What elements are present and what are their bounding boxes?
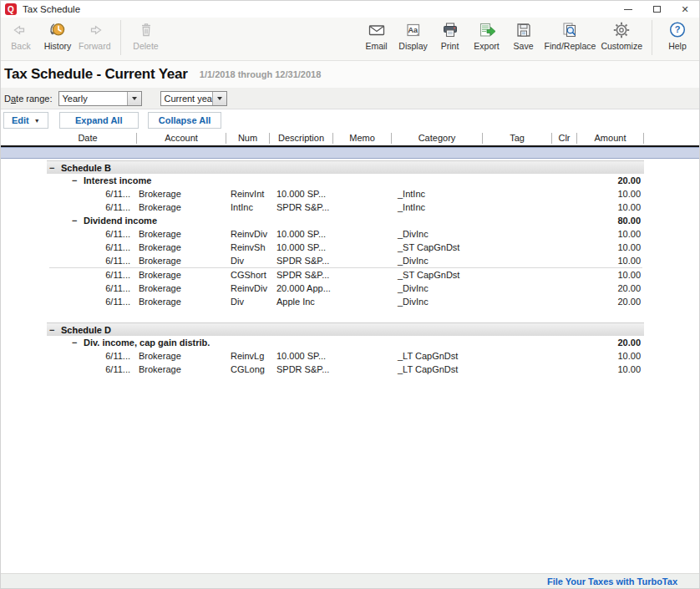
toolbar: Back History Forward: [1, 18, 699, 61]
cell-desc: 10.000 SP...: [270, 227, 333, 241]
cell-clr: [552, 201, 577, 214]
cell-clr: [552, 254, 577, 267]
section-label: Schedule B: [61, 163, 111, 173]
collapse-toggle[interactable]: −: [49, 163, 61, 173]
transaction-row[interactable]: 6/11...BrokerageCGShortSPDR S&P..._ST Ca…: [1, 268, 699, 282]
section-row: −Schedule D: [1, 321, 699, 336]
cell-category: _DivInc: [392, 295, 483, 308]
cell-date: 6/11...: [1, 268, 137, 282]
cell-date: 6/11...: [1, 254, 137, 267]
collapse-toggle[interactable]: −: [72, 175, 84, 185]
cell-desc: SPDR S&P...: [270, 201, 333, 214]
transaction-row[interactable]: 6/11...BrokerageCGLongSPDR S&P..._LT Cap…: [1, 363, 699, 376]
svg-text:?: ?: [675, 24, 681, 34]
cell-num: Div: [226, 295, 270, 308]
cell-amount: 10.00: [577, 363, 644, 376]
cell-date: 6/11...: [1, 201, 137, 214]
date-range-period-dropdown[interactable]: Current year: [160, 91, 227, 106]
minimize-button[interactable]: [614, 1, 642, 18]
subsection-label: Interest income: [84, 175, 151, 185]
cell-category: _LT CapGnDst: [392, 363, 483, 376]
cell-tag: [483, 363, 552, 376]
subsection-row: −Dividend income80.00: [1, 214, 699, 227]
cell-date: 6/11...: [1, 241, 137, 254]
caret-down-icon: ▼: [34, 118, 40, 124]
section-row: −Schedule B: [1, 159, 699, 174]
table-header: Date Account Num Description Memo Catego…: [1, 131, 699, 147]
column-header-account: Account: [137, 133, 226, 144]
transaction-row[interactable]: 6/11...BrokerageReinvSh10.000 SP..._ST C…: [1, 241, 699, 254]
forward-arrow-icon: [84, 19, 105, 41]
collapse-all-button[interactable]: Collapse All: [148, 112, 222, 129]
cell-amount: 10.00: [577, 241, 644, 254]
page-title: Tax Schedule - Current Year: [4, 66, 188, 83]
export-spreadsheet-icon: [476, 19, 498, 41]
cell-clr: [552, 187, 577, 201]
close-button[interactable]: ✕: [671, 1, 699, 18]
chevron-down-icon[interactable]: [127, 92, 141, 105]
toolbar-button-history[interactable]: History: [39, 19, 76, 51]
cell-account: Brokerage: [137, 227, 226, 241]
transaction-row[interactable]: 6/11...BrokerageDivSPDR S&P..._DivInc10.…: [1, 254, 699, 267]
cell-memo: [333, 227, 392, 241]
subsection-label: Dividend income: [84, 216, 157, 226]
cell-account: Brokerage: [137, 241, 226, 254]
cell-tag: [483, 282, 552, 295]
cell-clr: [552, 241, 577, 254]
cell-category: _DivInc: [392, 282, 483, 295]
transaction-row[interactable]: 6/11...BrokerageIntIncSPDR S&P..._IntInc…: [1, 201, 699, 214]
cell-desc: SPDR S&P...: [270, 254, 333, 267]
date-range-interval-dropdown[interactable]: Yearly: [58, 91, 142, 106]
toolbar-button-customize[interactable]: Customize: [598, 19, 645, 51]
toolbar-button-email[interactable]: Email: [358, 19, 395, 51]
save-floppy-icon: [513, 19, 535, 41]
toolbar-button-export[interactable]: Export: [469, 19, 505, 51]
window-controls: ✕: [614, 1, 699, 18]
transaction-row[interactable]: 6/11...BrokerageReinvLg10.000 SP..._LT C…: [1, 349, 699, 363]
cell-clr: [552, 295, 577, 308]
collapse-toggle[interactable]: −: [49, 325, 61, 335]
cell-tag: [483, 187, 552, 201]
transaction-row[interactable]: 6/11...BrokerageReinvInt10.000 SP..._Int…: [1, 187, 699, 201]
cell-account: Brokerage: [137, 349, 226, 363]
transaction-row[interactable]: 6/11...BrokerageReinvDiv10.000 SP..._Div…: [1, 227, 699, 241]
toolbar-button-save[interactable]: Save: [505, 19, 542, 51]
toolbar-button-help[interactable]: ? Help: [659, 19, 696, 51]
transaction-row[interactable]: 6/11...BrokerageDivApple Inc_DivInc20.00: [1, 295, 699, 308]
toolbar-button-forward[interactable]: Forward: [76, 19, 114, 51]
cell-account: Brokerage: [137, 268, 226, 282]
cell-num: ReinvSh: [226, 241, 270, 254]
chevron-down-icon[interactable]: [212, 92, 226, 105]
cell-desc: 10.000 SP...: [270, 241, 333, 254]
toolbar-button-back[interactable]: Back: [3, 19, 39, 51]
maximize-button[interactable]: [642, 1, 671, 18]
cell-num: ReinvDiv: [226, 282, 270, 295]
cell-memo: [333, 268, 392, 282]
transaction-row[interactable]: 6/11...BrokerageReinvDiv20.000 App..._Di…: [1, 282, 699, 295]
cell-num: IntInc: [226, 201, 270, 214]
bottom-bar: File Your Taxes with TurboTax: [1, 573, 699, 588]
toolbar-button-display[interactable]: Aa Display: [395, 19, 432, 51]
toolbar-button-find-replace[interactable]: Find/Replace: [542, 19, 599, 51]
cell-tag: [483, 268, 552, 282]
cell-date: 6/11...: [1, 282, 137, 295]
cell-category: _DivInc: [392, 254, 483, 267]
collapse-toggle[interactable]: −: [72, 216, 84, 226]
cell-memo: [333, 282, 392, 295]
toolbar-button-print[interactable]: Print: [432, 19, 469, 51]
column-header-description: Description: [270, 133, 333, 144]
turbotax-link[interactable]: File Your Taxes with TurboTax: [547, 576, 677, 586]
expand-all-button[interactable]: Expand All: [59, 112, 139, 129]
collapse-toggle[interactable]: −: [72, 338, 84, 348]
cell-category: _IntInc: [392, 187, 483, 201]
cell-memo: [333, 349, 392, 363]
column-header-clr: Clr: [552, 133, 577, 144]
cell-num: ReinvDiv: [226, 227, 270, 241]
cell-date: 6/11...: [1, 227, 137, 241]
cell-desc: SPDR S&P...: [270, 363, 333, 376]
toolbar-button-delete[interactable]: Delete: [128, 19, 165, 51]
cell-desc: 10.000 SP...: [270, 349, 333, 363]
selected-row[interactable]: [1, 147, 699, 159]
edit-menu-button[interactable]: Edit▼: [3, 112, 48, 129]
action-bar: Edit▼ Expand All Collapse All: [1, 109, 699, 131]
